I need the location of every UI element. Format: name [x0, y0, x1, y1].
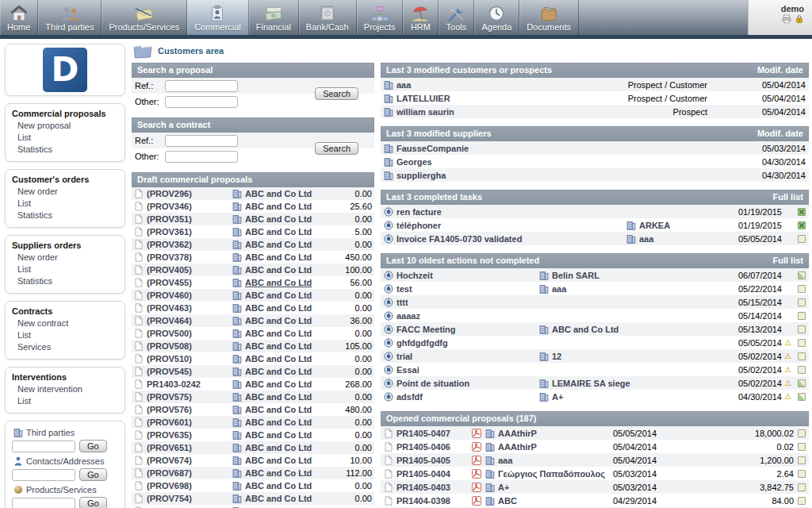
- company-link[interactable]: ABC and Co Ltd: [245, 291, 312, 300]
- proposal-ref-link[interactable]: PR1405-0407: [396, 429, 450, 438]
- proposal-ref-link[interactable]: (PROV378): [147, 252, 192, 262]
- company-link[interactable]: ABC and Co Ltd: [245, 278, 312, 287]
- task-link[interactable]: ren facture: [396, 207, 442, 217]
- proposal-ref-link[interactable]: (PROV460): [147, 291, 192, 300]
- nav-tab[interactable]: HRM: [403, 0, 439, 35]
- proposal-ref-link[interactable]: PR1405-0403: [396, 483, 450, 492]
- sidebar-menu-item[interactable]: Services: [12, 341, 120, 353]
- sidebar-menu-item[interactable]: List: [12, 132, 120, 144]
- nav-tab[interactable]: Bank/Cash: [299, 0, 357, 35]
- company-link[interactable]: A+: [498, 483, 509, 492]
- proposal-ref-link[interactable]: (PROV754): [147, 494, 192, 503]
- proposal-ref-link[interactable]: (PROV698): [147, 481, 192, 491]
- company-link[interactable]: ABC and Co Ltd: [245, 316, 312, 325]
- search-category-link[interactable]: Contacts/Addresses: [26, 456, 104, 466]
- full-list-link[interactable]: Full list: [773, 192, 804, 202]
- search-category-link[interactable]: Products/Services: [26, 485, 97, 495]
- sidebar-search-input[interactable]: [12, 441, 75, 452]
- supplier-link[interactable]: FausseCompanie: [396, 144, 469, 153]
- sidebar-menu-item[interactable]: List: [12, 198, 120, 210]
- pdf-icon[interactable]: [472, 429, 481, 438]
- nav-tab[interactable]: Tools: [439, 0, 474, 35]
- company-link[interactable]: ABC and Co Ltd: [245, 202, 312, 211]
- search-category-link[interactable]: Third parties: [26, 428, 75, 437]
- other-input[interactable]: [165, 96, 238, 108]
- print-icon[interactable]: [782, 14, 791, 24]
- sidebar-menu-item[interactable]: New intervention: [12, 383, 120, 395]
- pdf-icon[interactable]: [472, 456, 481, 465]
- proposal-ref-link[interactable]: (PROV361): [147, 227, 192, 237]
- company-link[interactable]: A+: [552, 392, 563, 402]
- nav-tab[interactable]: Commercial: [187, 0, 249, 35]
- company-link[interactable]: aaa: [498, 456, 512, 465]
- company-link[interactable]: ABC and Co Ltd: [245, 418, 312, 427]
- sidebar-menu-title[interactable]: Suppliers orders: [12, 241, 120, 250]
- proposal-ref-link[interactable]: (PROV674): [147, 456, 192, 465]
- company-link[interactable]: Γεώργιος Παπαδόπουλος: [498, 469, 605, 479]
- company-link[interactable]: ABC and Co Ltd: [245, 379, 312, 389]
- company-link[interactable]: ABC and Co Ltd: [245, 214, 312, 224]
- company-link[interactable]: Belin SARL: [552, 271, 599, 280]
- action-link[interactable]: Essai: [396, 365, 419, 375]
- company-link[interactable]: ABC and Co Ltd: [245, 227, 312, 237]
- company-link[interactable]: ABC and Co Ltd: [552, 325, 619, 334]
- company-link[interactable]: ABC and Co Ltd: [245, 494, 312, 503]
- action-link[interactable]: test: [396, 284, 412, 294]
- company-link[interactable]: LEMAIRE SA siege: [552, 379, 630, 388]
- action-link[interactable]: Point de situation: [396, 379, 469, 388]
- company-link[interactable]: aaa: [639, 234, 653, 244]
- sidebar-menu-item[interactable]: List: [12, 264, 120, 275]
- proposal-ref-link[interactable]: (PROV651): [147, 443, 192, 452]
- ref-input[interactable]: [165, 80, 238, 92]
- company-link[interactable]: ABC and Co Ltd: [245, 468, 312, 478]
- company-link[interactable]: ABC and Co Ltd: [245, 481, 312, 491]
- nav-tab[interactable]: Documents: [519, 0, 579, 35]
- proposal-ref-link[interactable]: PR1405-0404: [396, 469, 450, 479]
- go-button[interactable]: Go: [79, 440, 107, 452]
- sidebar-menu-item[interactable]: New order: [12, 186, 120, 198]
- company-link[interactable]: AAAthirP: [498, 442, 537, 452]
- nav-tab[interactable]: Financial: [249, 0, 299, 35]
- company-link[interactable]: ABC and Co Ltd: [245, 367, 312, 376]
- search-button[interactable]: Search: [315, 142, 358, 155]
- company-link[interactable]: ABC and Co Ltd: [245, 240, 312, 249]
- action-link[interactable]: ghfdgdfgdfg: [396, 338, 448, 348]
- company-link[interactable]: aaa: [552, 284, 566, 294]
- sidebar-menu-item[interactable]: Statistics: [12, 275, 120, 287]
- action-link[interactable]: Hochzeit: [396, 271, 433, 280]
- proposal-ref-link[interactable]: (PROV508): [147, 341, 192, 351]
- dolibarr-logo[interactable]: D: [43, 48, 87, 92]
- customer-link[interactable]: LATELLUIER: [396, 94, 450, 103]
- nav-tab[interactable]: Agenda: [474, 0, 519, 35]
- proposal-ref-link[interactable]: (PROV405): [147, 265, 192, 275]
- ref-input[interactable]: [165, 135, 238, 147]
- company-link[interactable]: ABC and Co Ltd: [245, 265, 312, 275]
- company-link[interactable]: ABC: [498, 496, 517, 506]
- action-link[interactable]: aaaaz: [396, 311, 420, 321]
- proposal-ref-link[interactable]: (PROV500): [147, 329, 192, 338]
- proposal-ref-link[interactable]: (PROV601): [147, 418, 192, 427]
- go-button[interactable]: Go: [79, 468, 107, 481]
- company-link[interactable]: ABC and Co Ltd: [245, 329, 312, 338]
- company-link[interactable]: ABC and Co Ltd: [245, 405, 312, 414]
- proposal-ref-link[interactable]: PR1405-0406: [396, 442, 450, 452]
- customer-link[interactable]: william saurin: [396, 107, 454, 117]
- proposal-ref-link[interactable]: (PROV545): [147, 367, 192, 376]
- sidebar-menu-title[interactable]: Contracts: [12, 306, 120, 316]
- other-input[interactable]: [165, 151, 238, 163]
- sidebar-menu-item[interactable]: New proposal: [12, 120, 120, 132]
- proposal-ref-link[interactable]: PR1403-0242: [147, 379, 201, 389]
- customer-link[interactable]: aaa: [396, 80, 411, 90]
- company-link[interactable]: ABC and Co Ltd: [245, 456, 312, 465]
- sidebar-menu-title[interactable]: Commercial proposals: [12, 109, 120, 118]
- nav-tab[interactable]: Products/Services: [102, 0, 187, 35]
- proposal-ref-link[interactable]: (PROV463): [147, 303, 192, 313]
- proposal-ref-link[interactable]: PR1405-0405: [396, 456, 450, 465]
- proposal-ref-link[interactable]: (PROV351): [147, 214, 192, 224]
- sidebar-menu-item[interactable]: List: [12, 329, 120, 341]
- company-link[interactable]: ABC and Co Ltd: [245, 354, 312, 364]
- action-link[interactable]: trial: [396, 352, 412, 361]
- proposal-ref-link[interactable]: (PROV687): [147, 468, 192, 478]
- username[interactable]: demo: [781, 4, 804, 13]
- company-link[interactable]: ABC and Co Ltd: [245, 189, 312, 198]
